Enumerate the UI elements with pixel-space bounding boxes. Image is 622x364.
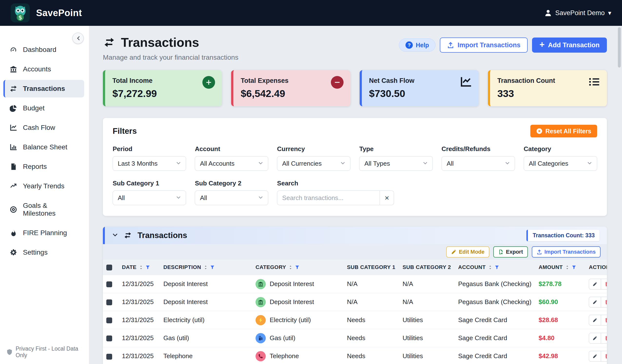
sort-icon[interactable] [565,265,569,270]
reset-all-filters-button[interactable]: Reset All Filters [530,125,597,137]
sidebar-item-fire-planning[interactable]: FIRE Planning [3,224,84,242]
filter-field-category: Category All Categories [524,145,597,171]
sort-icon[interactable] [204,265,208,270]
cell-amount: $60.90 [535,293,585,311]
chevron-down-icon[interactable] [112,233,118,238]
column-header-amount[interactable]: AMOUNT [535,260,585,275]
sidebar-item-settings[interactable]: Settings [3,244,84,261]
filter-icon[interactable] [295,265,299,270]
import-transactions-button[interactable]: Import Transactions [440,37,528,53]
import-transactions-button[interactable]: Import Transactions [532,246,601,257]
filter-icon[interactable] [210,265,214,270]
row-checkbox[interactable] [106,299,112,305]
speedometer-icon [10,46,17,53]
sort-icon[interactable] [139,265,143,270]
bolt-icon [255,315,266,325]
pencil-icon [592,318,597,323]
filter-select[interactable]: All Accounts [195,156,268,171]
stat-value: $6,542.49 [241,88,343,99]
row-checkbox[interactable] [106,354,112,360]
edit-row-button[interactable] [589,333,601,344]
edit-row-button[interactable] [589,297,601,308]
cell-sub-category-2: Utilities [399,347,455,364]
column-header-sub-category-2[interactable]: SUB CATEGORY 2 [399,260,455,275]
column-header-account[interactable]: ACCOUNT [455,260,535,275]
filter-select[interactable]: All [113,191,186,205]
filter-icon[interactable] [495,265,499,270]
stat-label: Net Cash Flow [369,77,471,85]
category-label: Deposit Interest [270,280,314,288]
filter-field-period: Period Last 3 Months [113,145,186,171]
sidebar-item-cash-flow[interactable]: Cash Flow [3,119,84,136]
row-checkbox[interactable] [106,281,112,287]
column-header-date[interactable]: DATE [118,260,160,275]
transactions-icon [103,37,116,48]
scrollbar-thumb[interactable] [618,27,621,68]
column-header-category[interactable]: CATEGORY [252,260,344,275]
plus-icon [202,76,215,89]
cell-category: Gas (util) [255,333,340,343]
filter-label: Period [113,145,186,153]
clear-search-button[interactable]: × [380,191,394,205]
caret-down-icon: ▾ [608,10,611,16]
filter-icon[interactable] [146,265,150,270]
cell-amount: $278.78 [535,275,585,293]
cell-date: 12/31/2025 [118,311,160,329]
edit-row-button[interactable] [589,315,601,326]
app-logo-owl-icon[interactable]: $ [11,3,30,22]
delete-row-button[interactable] [601,351,607,362]
sidebar-item-dashboard[interactable]: Dashboard [3,41,84,58]
help-button[interactable]: ? Help [399,38,435,52]
delete-row-button[interactable] [601,297,607,308]
filter-label: Sub Category 1 [113,180,186,187]
sidebar-item-transactions[interactable]: Transactions [3,80,84,97]
user-menu[interactable]: SavePoint Demo ▾ [544,9,611,17]
select-all-checkbox[interactable] [106,265,112,271]
sidebar-collapse-button[interactable] [72,33,84,44]
edit-row-button[interactable] [589,279,601,290]
row-checkbox[interactable] [106,317,112,323]
edit-row-button[interactable] [589,351,601,362]
add-transaction-button[interactable]: + Add Transaction [532,37,607,53]
sort-icon[interactable] [289,265,292,270]
stat-card-net-cash-flow: Net Cash Flow $730.50 [360,70,479,106]
filter-select[interactable]: All Categories [524,156,597,171]
filter-select[interactable]: Last 3 Months [113,156,186,171]
delete-row-button[interactable] [601,279,607,290]
column-header-description[interactable]: DESCRIPTION [160,260,252,275]
filter-select[interactable]: All Types [359,156,432,171]
filter-label: Currency [277,145,350,153]
sidebar-item-balance-sheet[interactable]: Balance Sheet [3,138,84,156]
filter-label: Sub Category 2 [195,180,268,187]
column-header-sub-category-1[interactable]: SUB CATEGORY 1 [344,260,399,275]
pencil-icon [592,300,597,305]
delete-row-button[interactable] [601,315,607,326]
sort-icon[interactable] [488,265,492,270]
column-header-actions[interactable]: ACTIONS [585,260,607,275]
search-input[interactable] [277,191,380,205]
filter-icon[interactable] [572,265,576,270]
filter-select-value: All Currencies [282,160,322,167]
filter-select[interactable]: All [442,156,515,171]
edit-mode-button[interactable]: Edit Mode [446,246,489,257]
sidebar-item-budget[interactable]: Budget [3,99,84,117]
filter-select[interactable]: All [195,191,268,205]
sidebar-item-yearly-trends[interactable]: Yearly Trends [3,177,84,195]
filter-select[interactable]: All Currencies [277,156,350,171]
sidebar-item-reports[interactable]: Reports [3,158,84,175]
sidebar-item-accounts[interactable]: Accounts [3,60,84,78]
column-label: AMOUNT [539,264,563,271]
svg-text:$: $ [18,14,22,21]
delete-row-button[interactable] [601,333,607,344]
export-button[interactable]: Export [493,246,528,257]
filter-select-value: All [200,194,207,202]
row-checkbox[interactable] [106,335,112,341]
fuel-icon [255,333,266,343]
page-subtitle: Manage and track your financial transact… [103,54,238,61]
cell-account: Sage Credit Card [455,329,535,347]
transactions-panel-header[interactable]: Transactions Transaction Count: 333 [103,227,607,244]
row-actions [589,351,607,362]
sidebar-item-goals-milestones[interactable]: Goals & Milestones [3,197,84,222]
bank-icon [10,66,17,73]
cell-sub-category-2: N/A [399,275,455,293]
